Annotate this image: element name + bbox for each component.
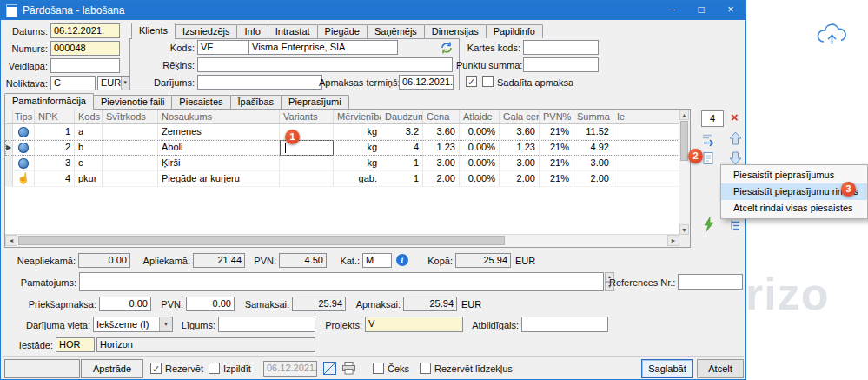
cell-cena[interactable]: 1.23	[423, 140, 460, 156]
info-icon[interactable]: i	[396, 254, 408, 266]
row-selector[interactable]	[5, 156, 13, 171]
row-selector[interactable]	[5, 171, 13, 187]
cell-summa[interactable]: 11.52	[573, 124, 613, 140]
minimize-button[interactable]: –	[657, 1, 686, 20]
header-npk[interactable]: NPK	[35, 110, 75, 124]
scroll-up-button[interactable]: ▲	[679, 110, 689, 120]
header-daudzums[interactable]: Daudzums	[381, 110, 423, 124]
tab-pamatinformacija[interactable]: Pamatinformācija	[4, 93, 94, 110]
iestade-code-field[interactable]: HOR	[56, 337, 95, 352]
cell-ie[interactable]	[613, 124, 679, 140]
cell-cena[interactable]: 3.60	[423, 124, 460, 140]
insert-rows-icon[interactable]	[701, 132, 717, 147]
cell-atlaide[interactable]: 0.00%	[460, 171, 500, 187]
cell-pvn[interactable]: 21%	[540, 156, 573, 171]
kat-field[interactable]: M	[362, 253, 392, 268]
tab-pieprasijumi[interactable]: Pieprasījumi	[281, 95, 349, 109]
rekins-field[interactable]	[197, 57, 453, 72]
header-tips[interactable]: Tips	[13, 110, 35, 124]
header-nosaukums[interactable]: Nosaukums	[158, 110, 280, 124]
noliktava-field[interactable]: C	[50, 76, 96, 90]
cell-atlaide[interactable]: 0.00%	[460, 140, 500, 156]
darijuma-vieta-select[interactable]: Iekšzeme (I) ▼	[93, 317, 173, 332]
horizontal-scrollbar[interactable]: ◄ ►	[5, 234, 679, 247]
table-row[interactable]: ☝ 4 pkur Piegāde ar kurjeru gab. 1 2.00 …	[5, 171, 679, 187]
cell-mervieniba[interactable]: kg	[334, 124, 381, 140]
header-ie[interactable]: Ie	[613, 110, 679, 124]
save-button[interactable]: Saglabāt	[641, 359, 693, 378]
prieksapmaksa-field[interactable]: 0.00	[99, 297, 151, 311]
pvn-payment-field[interactable]: 0.00	[186, 297, 235, 311]
cell-atlaide[interactable]: 0.00%	[460, 124, 500, 140]
header-svitrkods[interactable]: Svītrkods	[103, 110, 158, 124]
cell-pvn[interactable]: 21%	[540, 171, 573, 187]
maximize-button[interactable]: □	[686, 1, 716, 20]
cell-nosaukums[interactable]: Zemenes	[158, 124, 280, 140]
tab-intrastat[interactable]: Intrastat	[268, 24, 318, 38]
cell-gala-cena[interactable]: 3.00	[500, 156, 540, 171]
tab-piegade[interactable]: Piegāde	[317, 24, 368, 38]
tab-ipasibas[interactable]: Īpašības	[230, 95, 282, 109]
tab-izsniedzejs[interactable]: Izsniedzējs	[175, 24, 237, 38]
header-cena[interactable]: Cena	[423, 110, 460, 124]
punktu-summa-field[interactable]	[523, 57, 599, 72]
numurs-field[interactable]: 000048	[50, 41, 120, 56]
cell-pvn[interactable]: 21%	[540, 140, 573, 156]
cell-cena[interactable]: 2.00	[423, 171, 460, 187]
cell-nosaukums[interactable]: Āboli	[158, 140, 280, 156]
cloud-sync-icon[interactable]	[815, 23, 850, 48]
scroll-right-button[interactable]: ►	[667, 235, 679, 246]
cell-variants[interactable]	[280, 156, 334, 171]
attach-requests-icon[interactable]	[701, 151, 715, 165]
kartes-kods-field[interactable]	[523, 40, 599, 55]
cell-summa[interactable]: 2.00	[573, 171, 613, 187]
tab-pievienotie-faili[interactable]: Pievienotie faili	[93, 95, 172, 109]
veidlapa-field[interactable]	[50, 58, 120, 73]
cell-pvn[interactable]: 21%	[540, 124, 573, 140]
cell-npk[interactable]: 4	[35, 171, 75, 187]
tab-piesaistes[interactable]: Piesaistes	[171, 95, 230, 109]
move-down-icon[interactable]	[729, 151, 742, 165]
cell-cena[interactable]: 3.00	[423, 156, 460, 171]
currency-select[interactable]: EUR ▼	[97, 76, 129, 90]
cell-variants[interactable]	[280, 171, 334, 187]
cell-summa[interactable]: 3.00	[573, 156, 613, 171]
cell-svitrkods[interactable]	[103, 140, 158, 156]
scroll-left-button[interactable]: ◄	[5, 235, 17, 246]
apmaksas-checkbox[interactable]: ✓	[466, 76, 477, 87]
posting-icon[interactable]	[322, 361, 337, 376]
titlebar[interactable]: Pārdošana - labošana – □ ×	[1, 1, 745, 20]
cell-svitrkods[interactable]	[103, 171, 158, 187]
cell-daudzums[interactable]: 1	[381, 171, 423, 187]
cell-gala-cena[interactable]: 1.23	[500, 140, 540, 156]
refresh-lightning-icon[interactable]	[703, 217, 715, 232]
header-mervieniba[interactable]: Mērvienība	[334, 110, 381, 124]
apmaksas-termins-field[interactable]: 06.12.2021.	[399, 75, 454, 90]
cell-mervieniba[interactable]: kg	[334, 140, 381, 156]
table-row-selected[interactable]: ▶ 2 b Āboli kg 4 1.23 0.00% 1.23 21% 4.9…	[5, 140, 679, 156]
apstrade-button[interactable]: Apstrāde	[81, 359, 143, 378]
cell-gala-cena[interactable]: 3.60	[500, 124, 540, 140]
tab-info[interactable]: Info	[236, 24, 268, 38]
client-code-field[interactable]: VE	[197, 40, 249, 55]
cell-npk[interactable]: 1	[35, 124, 75, 140]
client-lookup-icon[interactable]	[440, 41, 454, 55]
table-row[interactable]: 1 a Zemenes kg 3.2 3.60 0.00% 3.60 21% 1…	[5, 124, 679, 140]
cell-npk[interactable]: 2	[35, 140, 75, 156]
cell-mervieniba[interactable]: kg	[334, 156, 381, 171]
hscroll-thumb[interactable]	[18, 236, 505, 245]
move-up-icon[interactable]	[729, 131, 742, 145]
cell-kods[interactable]: pkur	[75, 171, 103, 187]
menu-item-piesaistit-pieprasijumus[interactable]: Piesaistīt pieprasījumus	[721, 167, 867, 183]
cancel-button[interactable]: Atcelt	[697, 359, 744, 378]
projekts-field[interactable]: V	[365, 317, 463, 332]
header-atlaide[interactable]: Atlaide	[460, 110, 500, 124]
cell-daudzums[interactable]: 1	[381, 156, 423, 171]
cell-kods[interactable]: c	[75, 156, 103, 171]
vscroll-thumb[interactable]	[680, 121, 688, 161]
cell-daudzums[interactable]: 3.2	[381, 124, 423, 140]
close-button[interactable]: ×	[716, 1, 745, 20]
row-selector[interactable]	[5, 124, 13, 140]
header-variants[interactable]: Variants	[280, 110, 334, 124]
tab-sanemejs[interactable]: Saņēmējs	[367, 24, 425, 38]
